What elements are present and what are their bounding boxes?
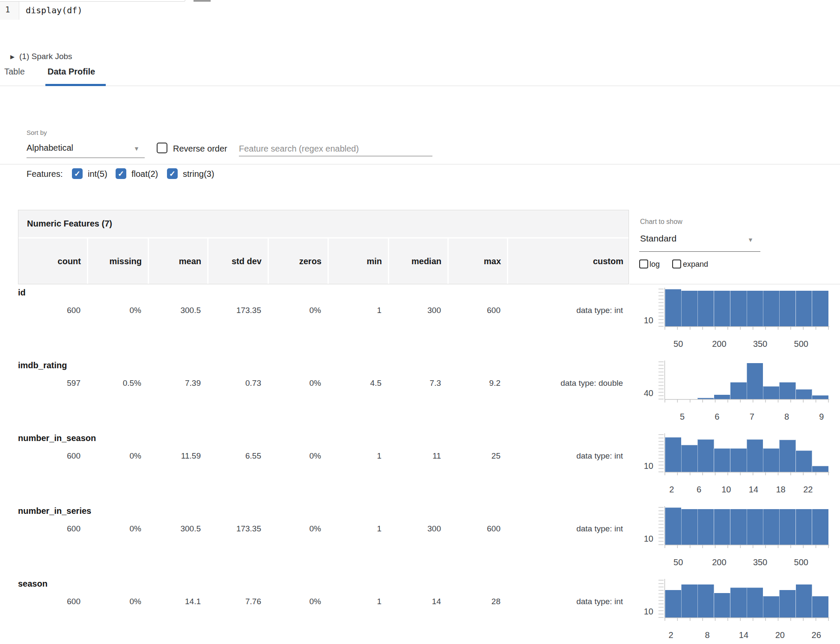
stat-count: 600 (18, 522, 86, 535)
svg-text:5: 5 (680, 412, 685, 421)
cell-toolbar-fragment (194, 0, 211, 2)
chevron-down-icon[interactable]: ▼ (748, 236, 754, 243)
expand-label[interactable]: expand (683, 260, 708, 269)
tab-data-profile[interactable]: Data Profile (48, 67, 95, 77)
stat-count: 600 (18, 595, 86, 608)
filter-float-checkbox[interactable]: ✓ (116, 168, 126, 179)
spark-jobs-toggle[interactable]: ▶ (1) Spark Jobs (10, 51, 72, 63)
chart-dropdown-underline (639, 251, 760, 252)
feature-histogram: 1050200350500 (634, 283, 840, 355)
stat-std-dev: 6.55 (207, 450, 267, 462)
svg-text:10: 10 (644, 607, 653, 616)
stat-median: 300 (387, 522, 447, 535)
stat-count: 597 (18, 377, 86, 390)
feature-histogram: 1050200350500 (634, 501, 840, 573)
stats-header-row: count missing mean std dev zeros min med… (18, 239, 629, 284)
feature-row: number_in_season6000%11.596.550%11125dat… (0, 428, 840, 501)
svg-text:500: 500 (794, 558, 808, 567)
stat-max: 9.2 (447, 377, 506, 390)
stat-min: 4.5 (327, 377, 387, 390)
filter-string-checkbox[interactable]: ✓ (167, 168, 178, 179)
stat-custom: data type: double (506, 377, 629, 390)
svg-text:500: 500 (794, 339, 808, 349)
log-label[interactable]: log (649, 260, 660, 269)
stat-max: 28 (447, 595, 506, 608)
chart-type-dropdown[interactable]: Standard (640, 233, 676, 244)
stat-min: 1 (327, 522, 387, 535)
feature-histogram: 4056789 (634, 355, 840, 427)
sort-by-dropdown[interactable]: Alphabetical (27, 143, 73, 153)
svg-text:350: 350 (753, 558, 767, 567)
stat-zeros: 0% (267, 377, 327, 390)
check-icon: ✓ (74, 170, 80, 178)
tab-table[interactable]: Table (4, 67, 25, 77)
stat-custom: data type: int (506, 595, 629, 608)
col-header-median: median (388, 239, 447, 284)
stat-missing: 0% (86, 304, 147, 317)
stat-zeros: 0% (267, 450, 327, 462)
cell-frame-fragment (0, 0, 185, 2)
stat-mean: 7.39 (147, 377, 207, 390)
col-header-max: max (447, 239, 507, 284)
svg-text:50: 50 (673, 558, 683, 567)
svg-text:10: 10 (644, 316, 653, 325)
stat-mean: 300.5 (147, 304, 207, 317)
features-divider (0, 164, 840, 164)
col-header-custom: custom (507, 239, 629, 284)
col-header-count: count (18, 239, 87, 284)
stat-std-dev: 173.35 (207, 522, 267, 535)
feature-stats-row: 6000%300.5173.350%1300600data type: int (18, 522, 629, 535)
panel-title: Numeric Features (7) (18, 210, 629, 237)
feature-name: season (18, 579, 48, 589)
feature-search-input[interactable] (239, 141, 432, 156)
expand-checkbox[interactable] (672, 259, 681, 268)
stat-missing: 0.5% (86, 377, 147, 390)
chevron-down-icon[interactable]: ▼ (134, 145, 140, 152)
svg-text:14: 14 (739, 630, 748, 640)
features-filter-label: Features: (27, 169, 63, 179)
feature-row: imdb_rating5970.5%7.390.730%4.57.39.2dat… (0, 355, 840, 428)
svg-text:22: 22 (803, 485, 813, 494)
stat-count: 600 (18, 304, 86, 317)
code-editor-line[interactable]: display(df) (26, 5, 82, 15)
filter-string-label[interactable]: string(3) (183, 169, 214, 179)
stat-std-dev: 0.73 (207, 377, 267, 390)
feature-row: number_in_series6000%300.5173.350%130060… (0, 501, 840, 574)
feature-name: number_in_series (18, 506, 91, 516)
svg-text:2: 2 (669, 630, 673, 640)
stat-zeros: 0% (267, 522, 327, 535)
col-header-zeros: zeros (268, 239, 328, 284)
stat-min: 1 (327, 450, 387, 462)
reverse-order-checkbox[interactable] (157, 143, 167, 153)
spark-jobs-label: (1) Spark Jobs (19, 52, 72, 61)
stat-mean: 11.59 (147, 450, 207, 462)
svg-text:10: 10 (721, 485, 731, 494)
svg-text:7: 7 (750, 412, 754, 421)
svg-text:6: 6 (715, 412, 719, 421)
log-checkbox[interactable] (639, 259, 648, 268)
col-header-mean: mean (148, 239, 207, 284)
tabs-divider (0, 86, 840, 86)
filter-float-label[interactable]: float(2) (131, 169, 158, 179)
svg-text:50: 50 (673, 339, 683, 349)
stat-zeros: 0% (267, 595, 327, 608)
stat-median: 11 (387, 450, 447, 462)
col-header-missing: missing (87, 239, 148, 284)
stat-median: 300 (387, 304, 447, 317)
col-header-min: min (328, 239, 388, 284)
stat-std-dev: 7.76 (207, 595, 267, 608)
col-header-stddev: std dev (207, 239, 268, 284)
stat-std-dev: 173.35 (207, 304, 267, 317)
svg-text:10: 10 (644, 461, 653, 471)
stat-missing: 0% (86, 450, 147, 462)
svg-text:2: 2 (669, 485, 674, 494)
reverse-order-label[interactable]: Reverse order (173, 144, 227, 154)
stat-max: 600 (447, 304, 506, 317)
feature-histogram: 1028142026 (634, 574, 840, 644)
svg-text:10: 10 (644, 534, 653, 543)
feature-stats-row: 5970.5%7.390.730%4.57.39.2data type: dou… (18, 377, 629, 390)
svg-text:6: 6 (697, 485, 701, 494)
filter-int-checkbox[interactable]: ✓ (72, 168, 83, 179)
svg-text:40: 40 (644, 388, 653, 398)
filter-int-label[interactable]: int(5) (88, 169, 107, 179)
